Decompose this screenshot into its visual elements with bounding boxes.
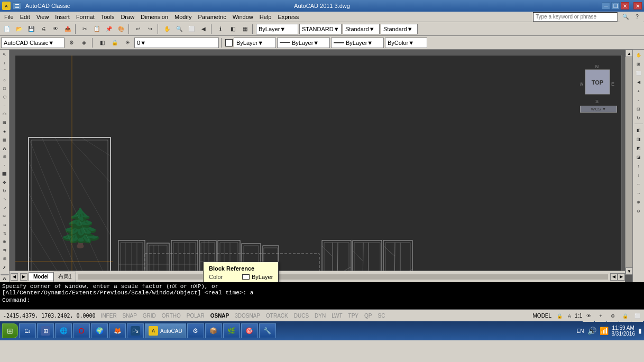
tray-sound[interactable]: 🔊 (587, 327, 596, 335)
lt-point[interactable]: · (1, 161, 9, 169)
status-sc[interactable]: SC (375, 312, 388, 320)
workspace-dropdown[interactable]: AutoCAD Classic▼ (1, 38, 65, 48)
rt-orbit[interactable]: ↻ (634, 114, 643, 122)
color-swatch-btn[interactable] (225, 39, 233, 47)
canvas-area[interactable]: 🌲 (10, 50, 632, 282)
color-dropdown[interactable]: ByLayer▼ (234, 38, 276, 48)
rt-zoom-prev[interactable]: ◀ (634, 78, 643, 86)
layer-btn[interactable]: ◧ (227, 23, 238, 35)
rt-pan[interactable]: ✋ (634, 51, 643, 59)
taskbar-pkg[interactable]: 📦 (205, 323, 222, 338)
close-btn[interactable]: ✕ (621, 2, 629, 10)
lt-3d[interactable]: ⬛ (1, 170, 9, 178)
lt-array[interactable]: ⊞ (1, 255, 9, 263)
lt-offset[interactable]: ⇆ (1, 247, 9, 255)
lt-stretch[interactable]: ⤢ (1, 204, 9, 212)
menu-parametric[interactable]: Parametric (195, 13, 229, 21)
taskbar-game[interactable]: 🎯 (241, 323, 258, 338)
properties-btn[interactable]: ℹ (215, 23, 226, 35)
h-scroll-right[interactable]: ▶ (618, 273, 625, 281)
layout-tab-1[interactable]: 布局1 (53, 272, 77, 282)
status-ducs[interactable]: DUCS (291, 312, 311, 320)
rt-nw-iso[interactable]: ◪ (634, 153, 643, 161)
lt-trim[interactable]: ✂ (1, 212, 9, 220)
matchprop-btn[interactable]: 🎨 (115, 23, 127, 35)
zoom-btn[interactable]: 🔍 (173, 23, 185, 35)
lt-text[interactable]: A (1, 144, 9, 152)
rt-back-view[interactable]: ⊖ (634, 207, 643, 215)
rt-right-view[interactable]: → (634, 189, 643, 197)
menu-dimension[interactable]: Dimension (137, 13, 171, 21)
pan-btn[interactable]: ✋ (161, 23, 173, 35)
layer-state-btn[interactable]: 🔒 (109, 37, 121, 49)
status-osnap[interactable]: OSNAP (208, 312, 232, 320)
status-infer[interactable]: INFER (98, 312, 119, 320)
status-otrack[interactable]: OTRACK (263, 312, 291, 320)
h-scrollbar-track[interactable] (78, 274, 608, 280)
lt-spline[interactable]: ~ (1, 102, 9, 110)
lt-arc[interactable]: ⌒ (1, 68, 9, 76)
layout-lock[interactable]: 🔒 (555, 311, 564, 321)
lt-ellipse[interactable]: ⬭ (1, 110, 9, 118)
model-label[interactable]: MODEL (530, 312, 555, 320)
status-lwt[interactable]: LWT (329, 312, 345, 320)
undo-btn[interactable]: ↩ (132, 23, 144, 35)
lock-ui[interactable]: 🔒 (619, 310, 631, 322)
lineweight-dropdown[interactable]: ByLayer▼ (331, 38, 384, 48)
zoom-prev-btn[interactable]: ◀ (198, 23, 209, 35)
plotstyle-dropdown[interactable]: ByColor▼ (385, 38, 427, 48)
help-btn[interactable]: ? (631, 11, 643, 23)
close-app-btn[interactable]: ✕ (633, 2, 642, 10)
menu-express[interactable]: Express (274, 13, 302, 21)
copy-btn[interactable]: 📋 (91, 23, 103, 35)
taskbar-opera[interactable]: O (73, 323, 90, 338)
lt-line[interactable]: / (1, 59, 9, 67)
menu-insert[interactable]: Insert (52, 13, 73, 21)
taskbar-app2[interactable]: 🌐 (55, 323, 72, 338)
tray-show-desktop[interactable]: ▮ (638, 327, 642, 335)
taskbar-explorer[interactable]: 🗂 (19, 323, 36, 338)
status-3dosnap[interactable]: 3DOSNAP (232, 312, 263, 320)
rt-left-view[interactable]: ← (634, 180, 643, 188)
layer-freeze-btn[interactable]: ☀ (122, 37, 133, 49)
save-btn[interactable]: 💾 (25, 23, 37, 35)
lt-text2[interactable]: A (1, 274, 9, 282)
taskbar-photoshop[interactable]: Ps (127, 323, 144, 338)
v-scrollbar[interactable]: ▲ ▼ (625, 50, 632, 275)
minimize-btn[interactable]: ─ (602, 2, 610, 10)
paste-btn[interactable]: 📌 (103, 23, 115, 35)
scroll-v-track[interactable] (625, 57, 632, 267)
rt-front-view[interactable]: ⊕ (634, 198, 643, 206)
h-scroll-left[interactable]: ◀ (610, 273, 618, 281)
taskbar-app1[interactable]: ⊞ (37, 323, 54, 338)
lt-table[interactable]: ▦ (1, 136, 9, 144)
autoAdd-annotation[interactable]: + (595, 310, 606, 322)
dimstyle-dropdown[interactable]: STANDARD▼ (299, 24, 342, 34)
status-snap[interactable]: SNAP (120, 312, 140, 320)
redo-btn[interactable]: ↪ (144, 23, 156, 35)
lt-rect[interactable]: □ (1, 85, 9, 92)
wcs-btn[interactable]: WCS ▼ (580, 106, 617, 113)
menu-btn[interactable]: ☰ (13, 2, 21, 10)
lt-move[interactable]: ✥ (1, 179, 9, 187)
menu-modify[interactable]: Modify (171, 13, 195, 21)
status-dyn[interactable]: DYN (312, 312, 328, 320)
lt-scale[interactable]: ⤡ (1, 196, 9, 203)
tablestyle-dropdown[interactable]: Standard▼ (343, 24, 380, 34)
scroll-tab-left[interactable]: ◀ (11, 273, 18, 281)
annotation-visibility[interactable]: 👁 (583, 310, 594, 322)
rt-zoom-ext[interactable]: ⊞ (634, 60, 643, 68)
lt-rotate[interactable]: ↻ (1, 187, 9, 195)
linetype-dropdown[interactable]: ByLayer▼ (277, 38, 330, 48)
textstyle-dropdown[interactable]: ByLayer▼ (256, 24, 298, 34)
zoom-win-btn[interactable]: ⬜ (186, 23, 197, 35)
taskbar-chrome[interactable]: 🌍 (91, 323, 108, 338)
lt-insert[interactable]: ⊞ (1, 153, 9, 161)
scroll-tab-right[interactable]: ▶ (20, 273, 27, 281)
workspace-icon[interactable]: ⚙ (607, 310, 619, 322)
nav-cube[interactable]: N S E W TOP WCS ▼ (580, 63, 617, 100)
taskbar-tools2[interactable]: 🔧 (259, 323, 276, 338)
lt-circle[interactable]: ○ (1, 76, 9, 84)
rt-bottom-view[interactable]: ↓ (634, 171, 643, 179)
lt-erase[interactable]: ✗ (1, 264, 9, 272)
